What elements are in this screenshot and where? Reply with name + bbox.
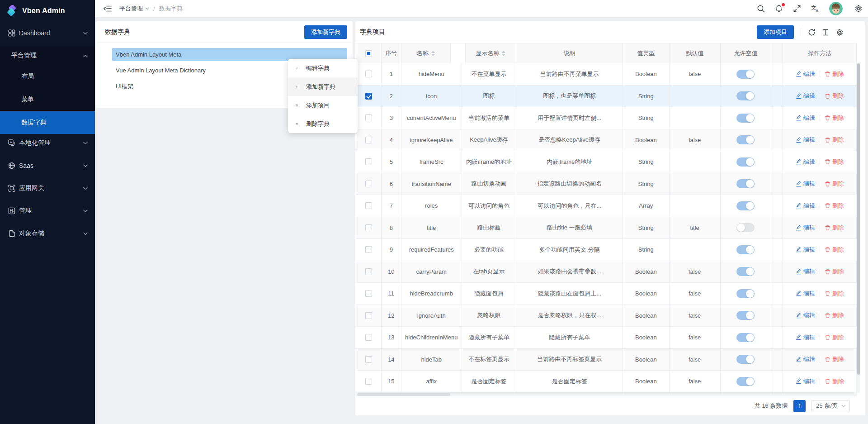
sort-icon[interactable]	[431, 51, 435, 56]
translate-icon[interactable]: 文 A	[811, 5, 819, 13]
horizontal-scrollbar[interactable]	[356, 393, 857, 396]
row-checkbox[interactable]	[365, 290, 372, 297]
page-size-select[interactable]: 25 条/页	[811, 400, 850, 412]
vertical-scrollbar[interactable]	[857, 63, 860, 393]
nullable-toggle[interactable]	[736, 267, 755, 276]
row-checkbox[interactable]	[365, 378, 372, 385]
nullable-toggle[interactable]	[736, 201, 755, 210]
nullable-toggle[interactable]	[736, 245, 755, 254]
edit-row-button[interactable]: 编辑	[796, 267, 815, 276]
edit-row-button[interactable]: 编辑	[796, 290, 815, 298]
edit-row-button[interactable]: 编辑	[796, 377, 815, 386]
row-checkbox[interactable]	[365, 224, 372, 231]
context-menu-item[interactable]: 添加新字典	[288, 77, 358, 96]
sidebar-item-menu-2[interactable]: A本地化管理	[0, 134, 95, 152]
app-logo[interactable]: Vben Admin	[0, 0, 95, 22]
delete-row-button[interactable]: 删除	[825, 377, 844, 386]
delete-row-button[interactable]: 删除	[825, 290, 844, 298]
edit-row-button[interactable]: 编辑	[796, 180, 815, 188]
row-checkbox[interactable]	[365, 158, 372, 165]
fullscreen-icon[interactable]	[793, 5, 801, 13]
sidebar-subitem[interactable]: 数据字典	[0, 111, 95, 134]
row-checkbox[interactable]	[365, 181, 372, 187]
row-checkbox[interactable]	[365, 334, 372, 341]
edit-row-button[interactable]: 编辑	[796, 136, 815, 144]
column-header-name[interactable]: 名称	[401, 43, 451, 63]
nullable-toggle[interactable]	[736, 91, 755, 100]
sidebar-item-menu-4[interactable]: 应用网关	[0, 179, 95, 197]
sidebar-item-menu-1[interactable]: 平台管理	[0, 47, 95, 65]
edit-row-button[interactable]: 编辑	[796, 92, 815, 100]
edit-row-button[interactable]: 编辑	[796, 70, 815, 78]
nullable-toggle[interactable]	[736, 289, 755, 298]
delete-row-button[interactable]: 删除	[825, 202, 844, 210]
edit-row-button[interactable]: 编辑	[796, 114, 815, 122]
edit-row-button[interactable]: 编辑	[796, 224, 815, 232]
nullable-toggle[interactable]	[736, 70, 755, 79]
row-height-icon[interactable]	[822, 29, 830, 36]
sort-icon[interactable]	[502, 51, 505, 56]
sidebar-item-dashboard[interactable]: Dashboard	[0, 24, 95, 42]
sidebar-subitem[interactable]: 菜单	[0, 88, 95, 111]
bell-icon[interactable]	[775, 5, 783, 13]
nullable-toggle[interactable]	[736, 223, 755, 232]
delete-row-button[interactable]: 删除	[825, 114, 844, 122]
nullable-toggle[interactable]	[736, 355, 755, 364]
nullable-toggle[interactable]	[736, 135, 755, 144]
pagination-page-1[interactable]: 1	[793, 400, 806, 412]
row-checkbox[interactable]	[365, 356, 372, 363]
delete-row-button[interactable]: 删除	[825, 333, 844, 342]
row-checkbox[interactable]	[365, 312, 372, 319]
edit-row-button[interactable]: 编辑	[796, 202, 815, 210]
row-checkbox[interactable]	[365, 71, 372, 77]
edit-row-button[interactable]: 编辑	[796, 246, 815, 254]
context-menu-item[interactable]: 添加项目	[288, 96, 358, 114]
column-header-display[interactable]: 显示名称	[466, 43, 517, 63]
delete-row-button[interactable]: 删除	[825, 158, 844, 166]
edit-row-button[interactable]: 编辑	[796, 333, 815, 342]
context-menu-item[interactable]: 编辑字典	[288, 59, 358, 77]
row-checkbox[interactable]	[365, 114, 372, 121]
avatar[interactable]	[829, 2, 843, 15]
edit-row-button[interactable]: 编辑	[796, 355, 815, 363]
delete-row-button[interactable]: 删除	[825, 180, 844, 188]
settings-gear-icon[interactable]	[854, 5, 863, 13]
edit-row-button[interactable]: 编辑	[796, 158, 815, 166]
nullable-toggle[interactable]	[736, 333, 755, 342]
row-checkbox[interactable]	[365, 137, 372, 143]
sidebar-item-menu-5[interactable]: 管理	[0, 202, 95, 220]
horizontal-scrollbar-thumb[interactable]	[357, 393, 450, 396]
edit-row-button[interactable]: 编辑	[796, 311, 815, 319]
nullable-toggle[interactable]	[736, 179, 755, 188]
delete-row-button[interactable]: 删除	[825, 246, 844, 254]
select-all-checkbox[interactable]	[365, 50, 372, 57]
sidebar-subitem[interactable]: 布局	[0, 65, 95, 88]
vertical-scrollbar-thumb[interactable]	[857, 63, 860, 375]
nullable-toggle[interactable]	[736, 377, 755, 386]
delete-row-button[interactable]: 删除	[825, 224, 844, 232]
row-checkbox[interactable]	[365, 246, 372, 253]
delete-row-button[interactable]: 删除	[825, 70, 844, 78]
delete-row-button[interactable]: 删除	[825, 92, 844, 100]
refresh-icon[interactable]	[808, 29, 816, 36]
menu-fold-icon[interactable]	[103, 4, 112, 13]
row-checkbox[interactable]	[365, 93, 372, 100]
delete-row-button[interactable]: 删除	[825, 267, 844, 276]
nullable-toggle[interactable]	[736, 157, 755, 167]
row-checkbox[interactable]	[365, 268, 372, 275]
delete-row-button[interactable]: 删除	[825, 355, 844, 363]
chevron-down-icon	[83, 210, 88, 213]
context-menu-item[interactable]: 删除字典	[288, 114, 358, 133]
nullable-toggle[interactable]	[736, 311, 755, 320]
search-icon[interactable]	[757, 5, 765, 13]
table-settings-gear-icon[interactable]	[836, 29, 844, 36]
row-checkbox[interactable]	[365, 202, 372, 209]
nullable-toggle[interactable]	[736, 114, 755, 123]
add-item-button[interactable]: 添加项目	[757, 25, 794, 39]
sidebar-item-saas[interactable]: Saas	[0, 157, 95, 175]
sidebar-item-menu-6[interactable]: 对象存储	[0, 224, 95, 243]
delete-row-button[interactable]: 删除	[825, 311, 844, 319]
delete-row-button[interactable]: 删除	[825, 136, 844, 144]
add-dictionary-button[interactable]: 添加新字典	[304, 25, 347, 39]
breadcrumb-item-platform[interactable]: 平台管理	[119, 5, 149, 13]
